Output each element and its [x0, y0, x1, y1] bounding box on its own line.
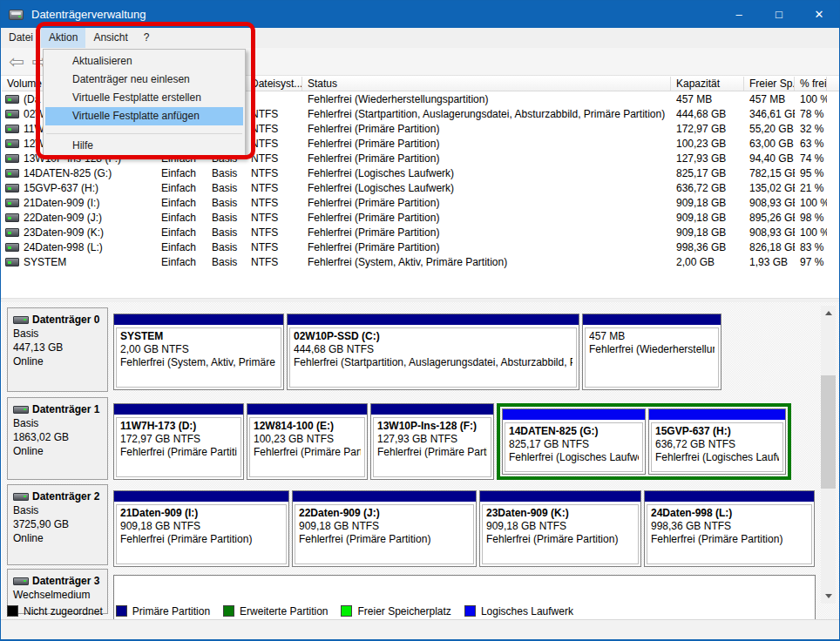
disk-header-2[interactable]: Datenträger 2Basis3725,90 GBOnline	[7, 484, 108, 565]
disk-status: Online	[13, 354, 104, 368]
disk-name-text: Datenträger 1	[32, 402, 99, 416]
partition-02w10p-ssd-c-[interactable]: 02W10P-SSD (C:)444,68 GB NTFSFehlerfrei …	[287, 314, 579, 390]
table-row[interactable]: 21Daten-909 (I:)EinfachBasisNTFSFehlerfr…	[2, 195, 839, 210]
partition-system[interactable]: SYSTEM2,00 GB NTFSFehlerfrei (System, Ak…	[113, 314, 284, 390]
scroll-up-button[interactable]	[821, 306, 836, 320]
table-row[interactable]: SYSTEMEinfachBasisNTFSFehlerfrei (System…	[2, 254, 839, 269]
window-title: Datenträgerverwaltung	[31, 8, 146, 21]
free-cell: 908,93 GB	[744, 226, 795, 239]
partition-unnamed[interactable]: 457 MBFehlerfrei (Wiederherstellungspart…	[582, 314, 721, 390]
pct-cell: 100 %	[795, 226, 827, 239]
partition-status: Fehlerfrei (Primäre Partition)	[377, 446, 487, 459]
table-row[interactable]: 22Daten-909 (J:)EinfachBasisNTFSFehlerfr…	[2, 210, 839, 225]
maximize-button[interactable]: □	[759, 1, 799, 28]
menu-item-virtuelle-festplatte-anf-gen[interactable]: Virtuelle Festplatte anfügen	[45, 107, 243, 125]
column-header-5[interactable]: Kapazität	[671, 77, 744, 91]
menu-bar: DateiAktionAnsicht?	[1, 28, 839, 48]
fs-cell: NTFS	[246, 226, 302, 239]
volume-name: 12W	[24, 138, 45, 150]
table-row[interactable]: 23Daten-909 (K:)EinfachBasisNTFSFehlerfr…	[2, 225, 839, 240]
table-row[interactable]: 15GVP-637 (H:)EinfachBasisNTFSFehlerfrei…	[2, 180, 839, 195]
partition-size: 909,18 GB NTFS	[120, 520, 282, 533]
capacity-cell: 127,93 GB	[671, 152, 744, 165]
volume-name: 11W	[24, 123, 44, 135]
partition-11w7h-173-d-[interactable]: 11W7H-173 (D:)172,97 GB NTFSFehlerfrei (…	[113, 403, 244, 480]
partition-23daten-909-k-[interactable]: 23Daten-909 (K:)909,18 GB NTFSFehlerfrei…	[479, 490, 641, 567]
capacity-cell: 909,18 GB	[671, 226, 744, 239]
status-cell: Fehlerfrei (Wiederherstellungspartition)	[302, 93, 671, 105]
volume-icon	[5, 184, 19, 192]
menu-item-aktualisieren[interactable]: Aktualisieren	[45, 52, 243, 71]
column-header-4[interactable]: Status	[302, 77, 671, 91]
volume-name: SYSTEM	[24, 256, 66, 268]
type-cell: Basis	[207, 256, 246, 268]
menubar-item-datei[interactable]: Datei	[1, 28, 41, 48]
partition-size: 998,36 GB NTFS	[651, 520, 808, 533]
legend-swatch	[116, 605, 127, 617]
disk-type: Basis	[13, 416, 104, 430]
partition-12w814-100-e-[interactable]: 12W814-100 (E:)100,23 GB NTFSFehlerfrei …	[247, 403, 368, 480]
menubar-item-?[interactable]: ?	[136, 28, 158, 48]
pct-cell: 63 %	[795, 138, 827, 150]
partition-color-band	[645, 491, 814, 502]
partition-13w10p-ins-128-f-[interactable]: 13W10P-Ins-128 (F:)127,93 GB NTFSFehlerf…	[370, 403, 494, 480]
partition-size: 127,93 GB NTFS	[377, 433, 487, 446]
partition-details: 24Daten-998 (L:)998,36 GB NTFSFehlerfrei…	[647, 504, 812, 564]
menubar-item-aktion[interactable]: Aktion	[41, 28, 85, 48]
table-row[interactable]: 24Daten-998 (L:)EinfachBasisNTFSFehlerfr…	[2, 240, 839, 254]
menu-item-hilfe[interactable]: Hilfe	[45, 137, 243, 155]
free-cell: 1,93 GB	[744, 256, 795, 268]
partition-size: 636,72 GB NTFS	[655, 438, 779, 451]
layout-cell: Einfach	[156, 197, 207, 209]
free-cell: 895,26 GB	[744, 212, 795, 224]
disk-type: Basis	[13, 327, 104, 341]
partition-22daten-909-j-[interactable]: 22Daten-909 (J:)909,18 GB NTFSFehlerfrei…	[292, 490, 477, 567]
disk-name-text: Datenträger 0	[32, 313, 99, 327]
legend-item-prim-re-partition: Primäre Partition	[116, 605, 210, 617]
layout-cell: Einfach	[156, 256, 207, 268]
layout-cell: Einfach	[156, 212, 207, 224]
vertical-scrollbar[interactable]	[821, 306, 836, 604]
chevron-down-icon	[825, 594, 832, 598]
pct-cell: 74 %	[795, 152, 827, 165]
status-cell: Fehlerfrei (Primäre Partition)	[302, 226, 671, 239]
status-cell: Fehlerfrei (System, Aktiv, Primäre Parti…	[302, 256, 671, 268]
title-bar: Datenträgerverwaltung – □ ✕	[1, 1, 839, 28]
partition-details: 22Daten-909 (J:)909,18 GB NTFSFehlerfrei…	[295, 504, 474, 564]
status-cell: Fehlerfrei (Primäre Partition)	[302, 138, 671, 150]
capacity-cell: 457 MB	[671, 93, 744, 105]
minimize-button[interactable]: –	[719, 1, 759, 28]
scrollbar-thumb[interactable]	[821, 375, 836, 489]
partition-name: 11W7H-173 (D:)	[120, 420, 237, 433]
close-button[interactable]: ✕	[799, 1, 839, 28]
legend-label: Freier Speicherplatz	[357, 605, 450, 617]
disk-type: Wechselmedium	[13, 588, 104, 602]
disk-name: Datenträger 2	[13, 489, 104, 503]
partition-color-band	[583, 314, 721, 325]
column-header-7[interactable]: % frei	[795, 77, 827, 91]
volume-icon	[5, 125, 19, 133]
scroll-down-button[interactable]	[821, 589, 836, 604]
partition-name: 24Daten-998 (L:)	[651, 507, 808, 520]
menu-item-virtuelle-festplatte-erstellen[interactable]: Virtuelle Festplatte erstellen	[45, 89, 243, 107]
volume-cell: 15GVP-637 (H:)	[2, 182, 156, 194]
menubar-item-ansicht[interactable]: Ansicht	[85, 28, 135, 48]
partition-24daten-998-l-[interactable]: 24Daten-998 (L:)998,36 GB NTFSFehlerfrei…	[644, 490, 815, 567]
partition-status: Fehlerfrei (Primäre Partition)	[254, 446, 361, 459]
partition-14daten-825-g-[interactable]: 14DATEN-825 (G:)825,17 GB NTFSFehlerfrei…	[502, 408, 646, 475]
table-row[interactable]: 14DATEN-825 (G:)EinfachBasisNTFSFehlerfr…	[2, 165, 839, 180]
partition-15gvp-637-h-[interactable]: 15GVP-637 (H:)636,72 GB NTFSFehlerfrei (…	[648, 408, 786, 475]
partition-details: 12W814-100 (E:)100,23 GB NTFSFehlerfrei …	[249, 417, 365, 477]
partition-color-band	[480, 491, 640, 502]
chevron-up-icon	[825, 311, 832, 315]
disk-header-0[interactable]: Datenträger 0Basis447,13 GBOnline	[7, 307, 108, 392]
partition-21daten-909-i-[interactable]: 21Daten-909 (I:)909,18 GB NTFSFehlerfrei…	[113, 490, 289, 567]
menu-item-datentr-ger-neu-einlesen[interactable]: Datenträger neu einlesen	[45, 71, 243, 89]
disk-header-1[interactable]: Datenträger 1Basis1863,02 GBOnline	[7, 397, 108, 480]
type-cell: Basis	[207, 241, 246, 253]
column-header-3[interactable]: Dateisyst...	[246, 77, 302, 91]
partition-size: 2,00 GB NTFS	[120, 343, 277, 356]
column-header-6[interactable]: Freier Sp...	[744, 77, 795, 91]
partition-name: 15GVP-637 (H:)	[655, 425, 779, 438]
back-icon[interactable]: ⇦	[9, 52, 24, 71]
